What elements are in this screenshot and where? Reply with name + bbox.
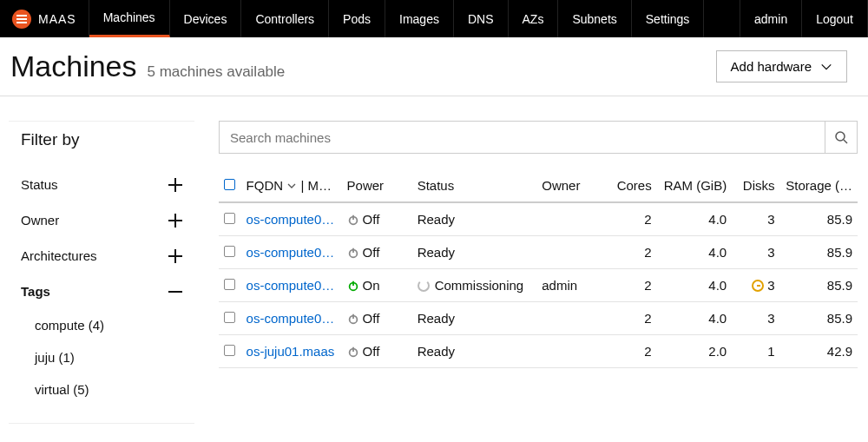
search-input[interactable] [219,121,825,154]
machines-table: FQDN | M…PowerStatusOwnerCoresRAM (GiB)D… [219,169,858,368]
disks-cell: 1 [732,335,779,368]
col-header[interactable]: FQDN | M… [241,169,342,202]
nav-images[interactable]: Images [385,0,454,37]
nav-machines[interactable]: Machines [89,0,170,37]
plus-icon [168,214,182,228]
col-header[interactable]: Owner [536,169,608,202]
minus-icon [168,285,182,299]
row-checkbox[interactable] [224,345,235,356]
nav-azs[interactable]: AZs [509,0,559,37]
status-cell: Ready [412,202,537,236]
power-icon [347,280,359,292]
chevron-down-icon [820,61,832,73]
cores-cell: 2 [608,269,657,302]
status-cell: Ready [412,302,537,335]
nav-devices[interactable]: Devices [170,0,242,37]
col-header[interactable]: Storage (… [779,169,858,202]
filter-sidebar: Filter by StatusOwnerArchitecturesTagsco… [9,121,194,424]
tag-item[interactable]: compute (4) [21,309,182,341]
plus-icon [168,249,182,263]
brand-text: MAAS [38,12,76,26]
ram-cell: 4.0 [657,269,733,302]
power-cell: On [342,269,412,302]
fqdn-link[interactable]: os-compute0… [241,236,342,269]
col-header[interactable]: Power [342,169,412,202]
plus-icon [168,178,182,192]
fqdn-link[interactable]: os-compute0… [241,269,342,302]
storage-cell: 85.9 [779,202,858,236]
storage-cell: 85.9 [779,302,858,335]
filter-tags[interactable]: Tags [21,274,182,309]
power-icon [347,346,359,358]
nav-logout[interactable]: Logout [802,0,868,37]
owner-cell [536,302,608,335]
filter-label: Status [21,177,58,192]
add-hardware-label: Add hardware [731,59,812,74]
col-header[interactable] [219,169,241,202]
nav-dns[interactable]: DNS [454,0,509,37]
row-checkbox[interactable] [224,246,235,257]
disks-cell: 3 [732,269,779,302]
status-cell: Ready [412,236,537,269]
owner-cell: admin [536,269,608,302]
filter-label: Tags [21,284,50,299]
col-header[interactable]: Cores [608,169,657,202]
ram-cell: 4.0 [657,202,733,236]
nav-pods[interactable]: Pods [329,0,385,37]
select-all-checkbox[interactable] [224,179,235,190]
filter-status[interactable]: Status [21,167,182,202]
storage-cell: 42.9 [779,335,858,368]
filter-title: Filter by [21,130,182,149]
sort-icon [286,181,297,191]
table-row: os-compute0…OffReady24.0385.9 [219,302,858,335]
table-row: os-compute0…OffReady24.0385.9 [219,236,858,269]
cores-cell: 2 [608,202,657,236]
status-cell: Ready [412,335,537,368]
brand-logo[interactable]: MAAS [0,0,89,37]
nav-controllers[interactable]: Controllers [241,0,329,37]
add-hardware-button[interactable]: Add hardware [716,50,847,82]
col-header[interactable]: Status [412,169,537,202]
warning-icon [752,280,764,292]
col-header[interactable]: RAM (GiB) [657,169,733,202]
nav-settings[interactable]: Settings [632,0,705,37]
tag-item[interactable]: juju (1) [21,341,182,373]
cores-cell: 2 [608,236,657,269]
fqdn-link[interactable]: os-compute0… [241,302,342,335]
filter-architectures[interactable]: Architectures [21,238,182,274]
table-row: os-compute0…OffReady24.0385.9 [219,202,858,236]
power-icon [347,313,359,325]
tag-item[interactable]: virtual (5) [21,373,182,406]
main-content: FQDN | M…PowerStatusOwnerCoresRAM (GiB)D… [219,121,868,424]
fqdn-link[interactable]: os-compute0… [241,202,342,236]
disks-cell: 3 [732,236,779,269]
table-row: os-compute0…OnCommissioningadmin24.0385.… [219,269,858,302]
cores-cell: 2 [608,302,657,335]
nav-subnets[interactable]: Subnets [558,0,631,37]
spinner-icon [418,280,430,292]
svg-point-0 [836,132,845,141]
row-checkbox[interactable] [224,312,235,323]
owner-cell [536,236,608,269]
storage-cell: 85.9 [779,269,858,302]
filter-label: Owner [21,213,59,228]
disks-cell: 3 [732,202,779,236]
col-header[interactable]: Disks [732,169,779,202]
hamburger-icon [12,10,31,29]
storage-cell: 85.9 [779,236,858,269]
search-button[interactable] [825,121,858,154]
top-nav: MAAS MachinesDevicesControllersPodsImage… [0,0,868,37]
disks-cell: 3 [732,302,779,335]
cores-cell: 2 [608,335,657,368]
owner-cell [536,202,608,236]
nav-admin[interactable]: admin [740,0,802,37]
fqdn-link[interactable]: os-juju01.maas [241,335,342,368]
search-icon [834,130,848,144]
row-checkbox[interactable] [224,213,235,224]
page-header: Machines 5 machines available Add hardwa… [0,37,868,96]
page-subtitle: 5 machines available [148,63,286,81]
row-checkbox[interactable] [224,279,235,290]
power-icon [347,247,359,259]
filter-owner[interactable]: Owner [21,202,182,238]
ram-cell: 2.0 [657,335,733,368]
